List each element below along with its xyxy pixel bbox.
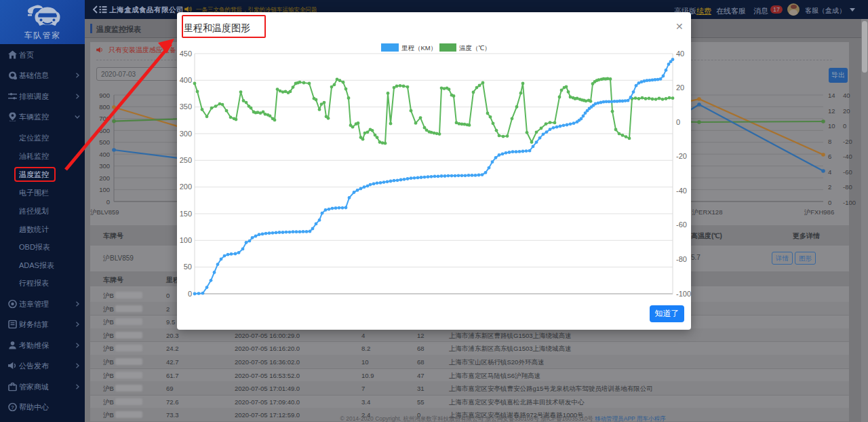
svg-text:10: 10 bbox=[828, 122, 835, 130]
svg-text:-20: -20 bbox=[676, 152, 687, 160]
svg-text:沪FXH986: 沪FXH986 bbox=[804, 208, 834, 216]
svg-text:14: 14 bbox=[828, 92, 835, 99]
svg-text:-80: -80 bbox=[676, 255, 687, 263]
svg-text:-60: -60 bbox=[676, 220, 687, 229]
svg-text:?: ? bbox=[11, 404, 14, 410]
svg-text:0: 0 bbox=[188, 290, 192, 298]
svg-text:-80: -80 bbox=[843, 183, 852, 191]
svg-text:100: 100 bbox=[180, 236, 192, 244]
svg-text:0: 0 bbox=[828, 199, 831, 206]
svg-text:-40: -40 bbox=[843, 153, 852, 160]
svg-text:0: 0 bbox=[843, 122, 846, 130]
svg-text:8: 8 bbox=[828, 138, 831, 145]
svg-text:沪BLV859: 沪BLV859 bbox=[90, 208, 119, 216]
svg-text:40: 40 bbox=[676, 50, 684, 58]
svg-text:150: 150 bbox=[180, 210, 192, 218]
svg-text:-60: -60 bbox=[843, 168, 852, 176]
svg-text:20: 20 bbox=[843, 107, 850, 115]
svg-text:12: 12 bbox=[828, 107, 835, 115]
svg-text:50: 50 bbox=[184, 263, 192, 271]
svg-text:-20: -20 bbox=[843, 138, 852, 145]
svg-text:4: 4 bbox=[828, 168, 831, 176]
svg-text:-40: -40 bbox=[676, 187, 687, 195]
svg-text:2: 2 bbox=[828, 183, 831, 191]
svg-text:沪ERX128: 沪ERX128 bbox=[692, 208, 723, 216]
svg-text:-100: -100 bbox=[843, 199, 856, 206]
svg-text:20: 20 bbox=[676, 83, 684, 92]
svg-text:0: 0 bbox=[676, 118, 680, 126]
svg-text:-100: -100 bbox=[676, 290, 691, 298]
svg-text:40: 40 bbox=[843, 92, 850, 99]
svg-text:6: 6 bbox=[828, 153, 831, 160]
